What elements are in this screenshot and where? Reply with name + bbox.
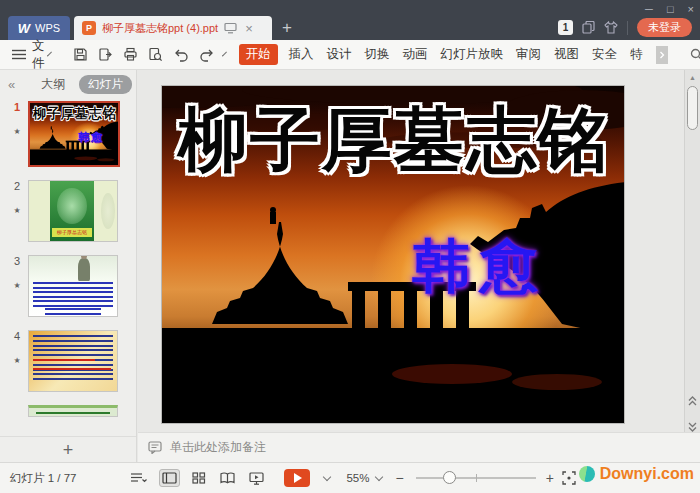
wps-presentation-window: ─ □ × W WPS P 柳子厚墓志铭ppt (4).ppt × + 1: [0, 0, 700, 493]
file-menu[interactable]: 文件: [32, 38, 45, 72]
downyi-watermark: Downyi.com: [579, 465, 694, 483]
tab-close-icon[interactable]: ×: [245, 21, 253, 36]
slide-author-text[interactable]: 韩愈: [412, 228, 548, 306]
slide-5-thumbnail[interactable]: [28, 405, 118, 417]
notes-bar[interactable]: 单击此处添加备注: [138, 432, 700, 462]
sidebar-footer: +: [0, 436, 136, 462]
document-count-badge[interactable]: 1: [558, 20, 573, 35]
sidebar-collapse-icon[interactable]: «: [8, 77, 15, 92]
fit-to-window-button[interactable]: [562, 471, 576, 485]
animation-star-icon: ★: [13, 127, 20, 136]
thumb5-text-line: [36, 412, 110, 414]
zoom-slider-center-tick: [476, 474, 477, 482]
zoom-slider-thumb[interactable]: [443, 471, 456, 484]
scrollbar-thumb[interactable]: [687, 86, 698, 130]
thumb4-red-text: [33, 368, 110, 370]
wps-home-button[interactable]: W WPS: [8, 16, 70, 40]
thumb2-caption: 柳子厚墓志铭: [52, 228, 92, 237]
export-button[interactable]: [98, 47, 113, 62]
zoom-level[interactable]: 55%: [346, 472, 369, 484]
zoom-level-chevron-icon[interactable]: [374, 473, 382, 481]
notes-placeholder: 单击此处添加备注: [170, 439, 266, 456]
copy-doc-icon[interactable]: [582, 21, 595, 34]
ribbon-tab-home[interactable]: 开始: [239, 44, 278, 65]
play-options-chevron-icon[interactable]: [323, 473, 331, 481]
tab-slides[interactable]: 幻灯片: [79, 75, 132, 94]
ribbon-tab-insert[interactable]: 插入: [287, 44, 316, 65]
next-slide-button[interactable]: [685, 422, 700, 432]
thumb-slide-author: 韩愈: [78, 130, 104, 145]
ppt-file-icon: P: [82, 21, 96, 35]
ribbon-tab-view[interactable]: 视图: [552, 44, 581, 65]
search-icon: [690, 48, 700, 61]
slide-4-thumbnail[interactable]: [28, 330, 118, 392]
window-close-button[interactable]: ×: [688, 2, 694, 16]
vertical-scrollbar[interactable]: ▲: [684, 70, 700, 448]
notes-toggle-icon[interactable]: [128, 470, 149, 486]
slide-thumb-row-5: [6, 405, 136, 417]
downyi-watermark-text: Downyi.com: [600, 465, 694, 483]
slide-1-thumbnail[interactable]: 柳子厚墓志铭 韩愈: [28, 101, 120, 167]
skin-shirt-icon[interactable]: [604, 21, 618, 34]
thumb3-text-block-2: [45, 308, 101, 315]
current-slide[interactable]: 柳子厚墓志铭 韩愈: [161, 85, 625, 424]
print-preview-button[interactable]: [148, 47, 163, 62]
login-button[interactable]: 未登录: [637, 18, 692, 37]
slide-3-gutter: 3 ★: [6, 255, 28, 317]
zoom-slider[interactable]: [416, 471, 536, 485]
ribbon-tab-transition[interactable]: 切换: [363, 44, 392, 65]
new-tab-button[interactable]: +: [282, 18, 292, 38]
command-search[interactable]: [690, 47, 700, 63]
add-slide-button[interactable]: +: [63, 441, 74, 459]
window-maximize-button[interactable]: □: [667, 2, 674, 16]
print-button[interactable]: [123, 47, 138, 62]
ribbon-tab-design[interactable]: 设计: [325, 44, 354, 65]
slide-3-thumbnail[interactable]: [28, 255, 118, 317]
toolbar: 文件 开始 插入 设计 切换 动画 幻灯片放映 审阅 视: [0, 40, 700, 70]
reading-view-button[interactable]: [218, 470, 237, 486]
slide-title-text[interactable]: 柳子厚墓志铭: [162, 104, 625, 178]
slide-thumbnail-list: 1 ★: [0, 98, 136, 436]
slide-5-gutter: [6, 405, 28, 417]
slide-thumb-row-4: 4 ★: [6, 330, 136, 392]
thumb2-side-art: [101, 193, 115, 229]
previous-slide-button[interactable]: [685, 396, 700, 406]
redo-button[interactable]: [199, 48, 215, 62]
ribbon-tab-features[interactable]: 特: [628, 44, 645, 65]
slide-canvas: 柳子厚墓志铭 韩愈: [138, 70, 684, 432]
ribbon-tab-review[interactable]: 审阅: [514, 44, 543, 65]
slide-4-number: 4: [14, 330, 20, 342]
quick-access-dropdown-icon[interactable]: [222, 51, 227, 56]
file-menu-chevron-icon[interactable]: [47, 51, 52, 56]
slides-sidebar: « 大纲 幻灯片 1 ★: [0, 70, 137, 462]
normal-view-button[interactable]: [159, 469, 180, 487]
ribbon-tab-security[interactable]: 安全: [590, 44, 619, 65]
document-title: 柳子厚墓志铭ppt (4).ppt: [102, 21, 218, 36]
document-tab[interactable]: P 柳子厚墓志铭ppt (4).ppt ×: [74, 16, 272, 40]
slide-2-gutter: 2 ★: [6, 180, 28, 242]
slideshow-view-button[interactable]: [247, 470, 266, 487]
save-button[interactable]: [73, 47, 88, 62]
zoom-out-button[interactable]: −: [396, 470, 404, 486]
ribbon-tabs: 开始 插入 设计 切换 动画 幻灯片放映 审阅 视图 安全 特: [239, 44, 668, 65]
tab-outline[interactable]: 大纲: [41, 76, 65, 93]
menu-hamburger-icon[interactable]: [12, 49, 26, 60]
animation-star-icon: ★: [13, 356, 20, 365]
undo-button[interactable]: [173, 48, 189, 62]
notes-comment-icon: [148, 441, 162, 454]
slide-2-thumbnail[interactable]: 柳子厚墓志铭: [28, 180, 118, 242]
play-slideshow-button[interactable]: [284, 469, 310, 487]
wps-logo-icon: W: [18, 21, 30, 36]
scroll-up-arrow-icon[interactable]: ▲: [685, 74, 700, 81]
slide-sorter-view-button[interactable]: [190, 470, 208, 486]
wps-label: WPS: [35, 22, 60, 34]
zoom-in-button[interactable]: +: [546, 470, 554, 486]
monitor-icon[interactable]: [224, 22, 237, 34]
thumb3-figure: [78, 258, 89, 281]
sidebar-header: « 大纲 幻灯片: [0, 70, 136, 98]
ribbon-tab-animation[interactable]: 动画: [401, 44, 430, 65]
window-controls: ─ □ ×: [645, 2, 694, 16]
window-minimize-button[interactable]: ─: [645, 2, 653, 16]
ribbon-tab-slideshow[interactable]: 幻灯片放映: [439, 44, 506, 65]
ribbon-tabs-scroll-button[interactable]: [656, 46, 668, 64]
